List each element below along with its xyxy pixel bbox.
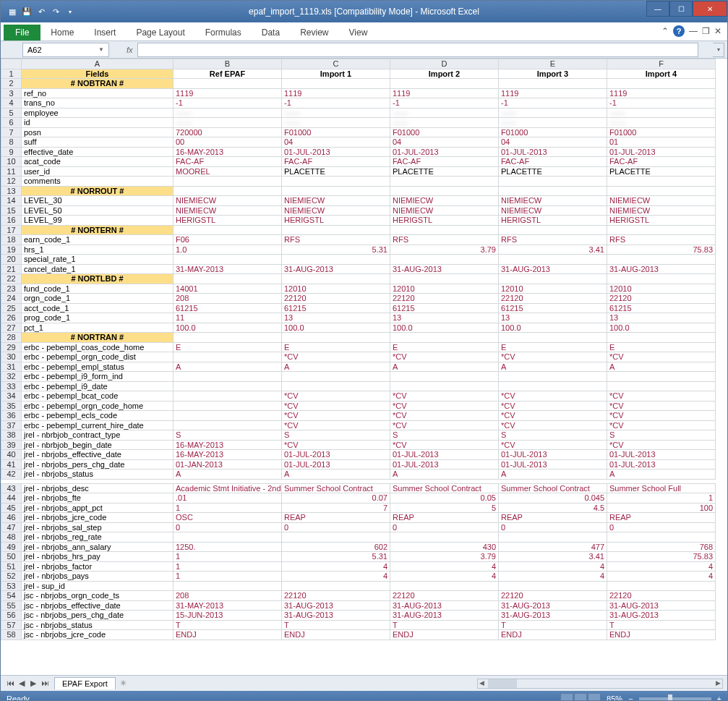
cell-C47[interactable]: 0 [282,522,390,532]
scrollbar-thumb[interactable] [488,679,517,688]
cell-E16[interactable]: HERIGSTL [499,216,607,226]
cell-F55[interactable]: 31-AUG-2013 [607,600,716,611]
cell-A33[interactable]: erbc - pebempl_i9_date [22,381,174,391]
cell-C34[interactable]: *CV [282,391,390,402]
cell-B6[interactable]: —— [174,118,282,128]
cell-D34[interactable]: *CV [390,391,499,402]
row-header-28[interactable]: 28 [1,333,22,343]
cell-B52[interactable]: 1 [174,572,282,582]
cell-E34[interactable]: *CV [499,391,607,402]
cell-E36[interactable]: *CV [499,411,607,421]
cell-E20[interactable] [499,255,607,265]
cell-A32[interactable]: erbc - pebempl_i9_form_ind [22,372,174,382]
cell-D54[interactable]: 22120 [390,591,499,601]
cell-C25[interactable]: 61215 [282,303,390,313]
cell-D41[interactable]: 01-JUL-2013 [390,459,499,470]
cell-A16[interactable]: LEVEL_99 [22,216,174,226]
cell-A14[interactable]: LEVEL_30 [22,196,174,206]
cell-E49[interactable]: 477 [499,542,607,552]
row-header-29[interactable]: 29 [1,342,22,352]
cell-E28[interactable] [499,333,607,343]
cell-E39[interactable]: *CV [499,440,607,450]
cell-E3[interactable]: 1119 [499,88,607,98]
cell-A19[interactable]: hrs_1 [22,245,174,255]
cell-D27[interactable]: 100.0 [390,323,499,333]
cell-A57[interactable]: jsc - nbrjobs_status [22,620,174,630]
sheet-nav-prev-icon[interactable]: ◀ [17,679,27,688]
view-normal-button[interactable] [560,693,573,701]
minimize-button[interactable]: — [646,1,669,17]
cell-F29[interactable]: E [607,342,716,352]
cell-E6[interactable]: —— [499,118,607,128]
cell-C49[interactable]: 602 [282,542,390,552]
cell-A20[interactable]: special_rate_1 [22,255,174,265]
row-header-57[interactable]: 57 [1,620,22,630]
row-header-36[interactable]: 36 [1,411,22,421]
cell-D14[interactable]: NIEMIECW [390,196,499,206]
column-header-C[interactable]: C [282,59,390,69]
cell-F25[interactable]: 61215 [607,303,716,313]
cell-D12[interactable] [390,177,499,187]
cell-E10[interactable]: FAC-AF [499,157,607,167]
cell-F54[interactable]: 22120 [607,591,716,601]
cell-F40[interactable]: 01-JUL-2013 [607,450,716,460]
cell-B35[interactable] [174,401,282,411]
row-header-18[interactable]: 18 [1,235,22,245]
cell-E42[interactable]: A [499,470,607,480]
cell-B5[interactable]: —— [174,108,282,118]
row-header-48[interactable]: 48 [1,532,22,543]
cell-B56[interactable]: 15-JUN-2013 [174,611,282,621]
cell-D1[interactable]: Import 2 [390,69,499,79]
cell-E12[interactable] [499,177,607,187]
cell-A49[interactable]: jrel - nbrjobs_ann_salary [22,542,174,552]
tab-insert[interactable]: Insert [84,25,126,41]
row-header-49[interactable]: 49 [1,542,22,552]
row-header-41[interactable]: 41 [1,459,22,470]
cell-A52[interactable]: jrel - nbrjobs_pays [22,572,174,582]
cell-A24[interactable]: orgn_code_1 [22,294,174,304]
cell-B25[interactable]: 61215 [174,303,282,313]
workbook-close-icon[interactable]: ✕ [714,26,721,36]
cell-A22[interactable]: # NORTLBD # [22,274,174,284]
cell-D17[interactable] [390,225,499,235]
row-header-38[interactable]: 38 [1,430,22,441]
cell-D32[interactable] [390,372,499,382]
workbook-restore-icon[interactable]: ❐ [702,26,710,36]
cell-A23[interactable]: fund_code_1 [22,284,174,294]
cell-C40[interactable]: 01-JUL-2013 [282,450,390,460]
cell-C29[interactable]: E [282,342,390,352]
cell-A56[interactable]: jsc - nbrjobs_pers_chg_date [22,611,174,621]
cell-F37[interactable]: *CV [607,420,716,430]
cell-B22[interactable] [174,274,282,284]
cell-D45[interactable]: 5 [390,503,499,513]
cell-E4[interactable]: -1 [499,98,607,109]
cell-D24[interactable]: 22120 [390,294,499,304]
cell-D21[interactable]: 31-AUG-2013 [390,264,499,274]
cell-A47[interactable]: jrel - nbrjobs_sal_step [22,522,174,532]
row-header-6[interactable]: 6 [1,118,22,128]
cell-B53[interactable] [174,581,282,591]
zoom-in-icon[interactable]: + [717,694,721,701]
cell-D43[interactable]: Summer School Contract [390,483,499,493]
cell-B17[interactable] [174,225,282,235]
sheet-tab-epaf-export[interactable]: EPAF Export [54,677,116,689]
cell-E23[interactable]: 12010 [499,284,607,294]
new-sheet-icon[interactable]: ✳ [116,679,131,688]
cell-B32[interactable] [174,372,282,382]
cell-A5[interactable]: employee [22,108,174,118]
cell-B26[interactable]: 11 [174,313,282,323]
cell-C1[interactable]: Import 1 [282,69,390,79]
view-page-break-button[interactable] [588,693,601,701]
cell-F3[interactable]: 1119 [607,88,716,98]
cell-E8[interactable]: 04 [499,137,607,148]
cell-D26[interactable]: 13 [390,313,499,323]
cell-B47[interactable]: 0 [174,522,282,532]
cell-D35[interactable]: *CV [390,401,499,411]
cell-D48[interactable] [390,532,499,543]
cell-A51[interactable]: jrel - nbrjobs_factor [22,561,174,572]
cell-F17[interactable] [607,225,716,235]
cell-A18[interactable]: earn_code_1 [22,235,174,245]
cell-C24[interactable]: 22120 [282,294,390,304]
row-header-13[interactable]: 13 [1,186,22,196]
row-header-3[interactable]: 3 [1,88,22,98]
